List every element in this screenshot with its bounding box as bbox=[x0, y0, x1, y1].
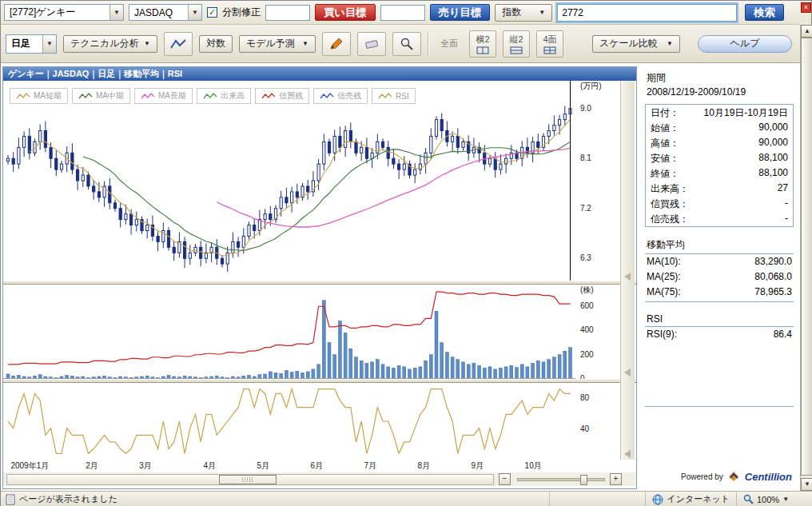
axis-tick: 8.1 bbox=[580, 153, 591, 162]
stock-select-value: [2772]ゲンキー bbox=[5, 6, 109, 19]
volume-chart bbox=[3, 285, 575, 379]
model-forecast-select[interactable]: モデル予測 ▼ bbox=[239, 35, 316, 53]
chart-panel: ゲンキー｜JASDAQ｜日足｜移動平均｜RSI MA短期MA中期MA長期出来高信… bbox=[2, 66, 637, 489]
index-select-value: 指数 bbox=[502, 6, 521, 19]
legend-button[interactable]: RSI bbox=[372, 88, 416, 104]
info-row: 安値：88,100 bbox=[646, 150, 793, 165]
layout-horizontal2-icon bbox=[476, 46, 489, 54]
line-chart-icon bbox=[170, 38, 186, 50]
info-row-value: 10月19日-10月19日 bbox=[704, 106, 788, 118]
layout-full-label: 全面 bbox=[440, 38, 458, 50]
chevron-down-icon: ▼ bbox=[539, 9, 545, 16]
technical-select-value: テクニカル分析 bbox=[70, 37, 138, 50]
info-row-value: 90,000 bbox=[758, 122, 788, 133]
info-row: 終値：88,100 bbox=[646, 165, 793, 181]
info-row-value: 78,965.3 bbox=[754, 286, 792, 298]
chevron-down-icon[interactable]: ▼ bbox=[188, 5, 201, 20]
window-scrollbar[interactable]: ▲ ▼ bbox=[800, 25, 812, 491]
layout-vertical2-button[interactable]: 縦2 bbox=[503, 30, 530, 58]
eraser-button[interactable] bbox=[357, 32, 386, 56]
info-row-value: 80,068.0 bbox=[754, 271, 792, 283]
legend-line-icon bbox=[203, 92, 217, 100]
zoom-slider[interactable] bbox=[517, 478, 605, 481]
legend-button[interactable]: MA中期 bbox=[72, 88, 130, 104]
month-label: 7月 bbox=[364, 460, 377, 472]
legend-button[interactable]: 出来高 bbox=[197, 88, 251, 104]
legend-button[interactable]: MA長期 bbox=[134, 88, 193, 104]
sell-target-input[interactable] bbox=[380, 5, 425, 21]
zoom-icon bbox=[743, 494, 754, 504]
layout-full-button[interactable]: 全面 bbox=[436, 30, 463, 58]
info-row-label: 信買残： bbox=[651, 197, 689, 209]
close-icon[interactable]: × bbox=[801, 2, 811, 13]
buy-target-button[interactable]: 買い目標 bbox=[315, 4, 376, 21]
security-zone: インターネット bbox=[645, 492, 736, 506]
pane-handle-icon[interactable] bbox=[624, 369, 631, 377]
scale-compare-value: スケール比較 bbox=[599, 37, 658, 50]
sell-target-button[interactable]: 売り目標 bbox=[430, 4, 491, 21]
legend-button[interactable]: 信売残 bbox=[313, 88, 368, 104]
help-button[interactable]: ヘルプ bbox=[698, 35, 792, 53]
stock-select[interactable]: [2772]ゲンキー ▼ bbox=[4, 4, 124, 21]
zoom-out-button[interactable]: − bbox=[499, 473, 511, 485]
zoom-control[interactable]: 100% ▼ bbox=[736, 492, 812, 506]
legend-button[interactable]: 信買残 bbox=[255, 88, 309, 104]
rsi-axis: 8040 bbox=[579, 383, 619, 460]
buy-target-input[interactable] bbox=[265, 5, 310, 21]
window-scrollbar-thumb[interactable] bbox=[801, 38, 812, 476]
layout-horizontal2-button[interactable]: 横2 bbox=[469, 30, 496, 58]
split-adjust-checkbox[interactable]: ✓ bbox=[207, 7, 217, 18]
layout-vertical2-icon bbox=[510, 46, 523, 54]
chevron-down-icon[interactable]: ▼ bbox=[109, 5, 123, 20]
scroll-down-icon[interactable]: ▼ bbox=[801, 478, 812, 491]
period-select[interactable]: 日足 ▼ bbox=[6, 34, 57, 54]
info-row: MA(25):80,068.0 bbox=[645, 269, 794, 285]
info-row-value: 83,290.0 bbox=[754, 256, 792, 268]
layout-quad-button[interactable]: 4面 bbox=[536, 30, 563, 58]
chart-scrollbar-thumb[interactable] bbox=[219, 475, 277, 484]
info-row-label: MA(25): bbox=[647, 271, 681, 283]
separator bbox=[645, 301, 794, 302]
zoom-tool-button[interactable] bbox=[392, 32, 421, 56]
globe-icon bbox=[652, 494, 663, 505]
pencil-button[interactable] bbox=[322, 32, 351, 56]
chevron-down-icon[interactable]: ▼ bbox=[42, 35, 56, 53]
scroll-up-icon[interactable]: ▲ bbox=[801, 25, 812, 38]
search-button[interactable]: 検索 bbox=[745, 4, 784, 21]
zoom-slider-thumb[interactable] bbox=[580, 475, 587, 485]
technical-select[interactable]: テクニカル分析 ▼ bbox=[63, 35, 157, 53]
legend-line-icon bbox=[16, 92, 30, 100]
pane-handle-icon[interactable] bbox=[624, 450, 631, 458]
separator bbox=[645, 406, 794, 407]
chevron-down-icon[interactable]: ▼ bbox=[782, 496, 789, 503]
eraser-icon bbox=[364, 38, 380, 50]
index-select[interactable]: 指数 ▼ bbox=[495, 4, 552, 22]
log-scale-button[interactable]: 対数 bbox=[199, 35, 233, 53]
legend-label: MA中期 bbox=[96, 90, 124, 102]
info-row-label: 始値： bbox=[651, 122, 679, 133]
market-select[interactable]: JASDAQ ▼ bbox=[129, 4, 202, 21]
month-label: 6月 bbox=[311, 460, 324, 472]
top-toolbar: [2772]ゲンキー ▼ JASDAQ ▼ ✓ 分割修正 買い目標 売り目標 指… bbox=[1, 1, 800, 25]
rsi-chart bbox=[3, 383, 575, 460]
layout-quad-label: 4面 bbox=[543, 34, 556, 46]
legend-label: 信売残 bbox=[337, 90, 361, 102]
pane-handle-icon[interactable] bbox=[624, 273, 631, 281]
period-select-value: 日足 bbox=[6, 37, 42, 50]
code-search-input[interactable] bbox=[557, 4, 737, 22]
month-label: 4月 bbox=[204, 460, 217, 472]
zoom-in-button[interactable]: + bbox=[610, 473, 622, 485]
legend-button[interactable]: MA短期 bbox=[10, 88, 68, 104]
legend-line-icon bbox=[261, 92, 276, 100]
period-value: 2008/12/19-2009/10/19 bbox=[640, 85, 798, 102]
line-chart-button[interactable] bbox=[164, 32, 193, 56]
axis-tick: 600 bbox=[580, 301, 594, 310]
candlestick-chart bbox=[3, 81, 575, 281]
chevron-down-icon: ▼ bbox=[144, 40, 150, 47]
month-label: 2009年1月 bbox=[10, 460, 49, 472]
legend-label: MA短期 bbox=[34, 90, 62, 102]
page-icon bbox=[6, 494, 15, 505]
chart-scrollbar[interactable] bbox=[6, 474, 494, 485]
scale-compare-select[interactable]: スケール比較 ▼ bbox=[592, 35, 680, 53]
legend-label: 信買残 bbox=[279, 90, 303, 102]
